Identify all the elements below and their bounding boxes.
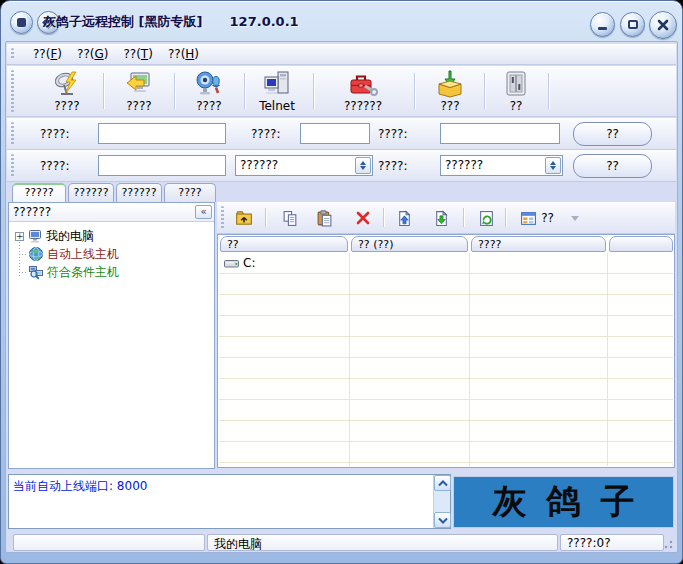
file-row-c-drive[interactable]: C: (219, 253, 673, 273)
system-menu-button[interactable] (10, 11, 33, 34)
client-area: ??(F) ??(G) ??(T) ??(H) ???? ???? (5, 41, 678, 553)
webcam-voice-button[interactable]: ???? (176, 69, 242, 115)
app-window: 灰鸽子远程控制 [黑防专版] 127.0.0.1 ??(F) ??(G) ??(… (0, 0, 683, 564)
tree-item-auto-online-hosts[interactable]: 自动上线主机 (9, 245, 119, 263)
disk-drive-icon (224, 257, 239, 270)
status-segment-location: 我的电脑 (207, 534, 558, 551)
switch-button[interactable]: ?? (487, 69, 545, 115)
resize-grip[interactable] (663, 539, 673, 549)
computer-terminal-icon (262, 69, 292, 99)
maximize-button[interactable] (620, 12, 645, 37)
titlebar[interactable]: 灰鸽子远程控制 [黑防专版] 127.0.0.1 (1, 1, 682, 41)
close-button[interactable] (649, 11, 677, 39)
download-button[interactable] (426, 205, 456, 231)
ip-input[interactable] (98, 123, 226, 144)
grid-line (349, 253, 350, 466)
range-combobox[interactable]: ?????? (440, 155, 563, 176)
host-tree-panel: ?????? « + 我的电脑 自动上线主机 (8, 202, 215, 469)
column-header-extra[interactable] (609, 236, 673, 252)
delete-x-icon (355, 210, 371, 226)
toolbar-separator (383, 208, 385, 227)
combo-dropdown-icon[interactable] (545, 157, 561, 174)
connection-row-1: ????: ????: ????: ?? (7, 118, 676, 150)
view-dropdown-icon[interactable] (571, 216, 579, 221)
log-text: 当前自动上线端口: 8000 (13, 478, 147, 495)
connect-button[interactable]: ?? (573, 122, 652, 146)
search-value-input[interactable] (98, 155, 226, 176)
remote-control-button[interactable]: ???? (106, 69, 172, 115)
tree-expander-icon[interactable]: + (15, 232, 24, 241)
toolbar-separator (484, 73, 486, 109)
file-grid[interactable]: C: (219, 253, 673, 466)
minimize-button[interactable] (590, 12, 615, 37)
menu-item-file[interactable]: ??(F) (33, 47, 62, 61)
menu-item-help[interactable]: ??(H) (168, 47, 199, 61)
form-label: ????: (251, 127, 281, 141)
refresh-button[interactable] (471, 205, 501, 231)
upload-button[interactable] (389, 205, 419, 231)
tab-file-manage[interactable]: ????? (12, 183, 66, 202)
menubar: ??(F) ??(G) ??(T) ??(H) (7, 44, 676, 65)
paste-button[interactable] (309, 205, 339, 231)
search-button[interactable]: ?? (573, 154, 652, 178)
monitor-back-arrow-icon (124, 69, 154, 99)
toolbar-grip[interactable] (11, 70, 14, 112)
paste-icon (316, 210, 333, 227)
tab-remote-control[interactable]: ?????? (68, 183, 114, 202)
log-scrollbar[interactable] (433, 475, 450, 528)
form-label: ????: (40, 127, 70, 141)
search-type-combobox[interactable]: ?????? (235, 155, 373, 176)
column-header-name[interactable]: ?? (220, 236, 348, 252)
minimize-icon (598, 27, 607, 30)
row2-grip[interactable] (11, 154, 14, 177)
collapse-panel-button[interactable]: « (195, 205, 212, 219)
window-title: 灰鸽子远程控制 [黑防专版] 127.0.0.1 (43, 13, 299, 31)
tab-settings[interactable]: ???? (164, 183, 216, 202)
capture-button[interactable]: ??? (419, 69, 481, 115)
webcam-mic-icon (194, 69, 224, 99)
menubar-grip[interactable] (11, 48, 14, 60)
system-menu-icon (17, 18, 26, 27)
left-tabstrip: ????? ?????? ?????? ???? (9, 183, 224, 203)
combo-dropdown-icon[interactable] (355, 157, 371, 174)
password-input[interactable] (440, 123, 560, 144)
tree-item-my-computer[interactable]: + 我的电脑 (9, 227, 94, 245)
scroll-down-button[interactable] (434, 512, 451, 528)
form-label: ????: (378, 127, 408, 141)
copy-icon (282, 210, 299, 227)
view-mode-button[interactable]: ?? (509, 205, 565, 231)
scroll-up-button[interactable] (434, 475, 451, 491)
log-panel: 当前自动上线端口: 8000 (8, 474, 451, 529)
status-segment-left (13, 534, 205, 551)
toolbar-separator (414, 73, 416, 109)
port-input[interactable] (300, 123, 370, 144)
satellite-lightning-icon (52, 69, 82, 99)
brand-banner: 灰鸽子 (453, 476, 674, 528)
close-icon (656, 18, 670, 32)
download-icon (433, 210, 450, 227)
folder-up-icon (235, 209, 253, 227)
column-header-type[interactable]: ???? (471, 236, 606, 252)
file-toolbar-grip[interactable] (221, 206, 224, 229)
menu-item-manage[interactable]: ??(G) (77, 47, 108, 61)
server-config-button[interactable]: ?????? (322, 69, 404, 115)
refresh-icon (478, 210, 495, 227)
grid-line (607, 253, 608, 466)
column-header-size[interactable]: ?? (??) (351, 236, 468, 252)
tree-item-matched-hosts[interactable]: 符合条件主机 (9, 263, 119, 281)
connection-row-2: ????: ?????? ????: ?????? ?? (7, 150, 676, 182)
copy-button[interactable] (275, 205, 305, 231)
folder-up-button[interactable] (229, 205, 259, 231)
file-panel: ?? ?? ?? (??) ???? C: (217, 202, 675, 468)
row1-grip[interactable] (11, 122, 14, 145)
tab-command[interactable]: ?????? (116, 183, 162, 202)
delete-button[interactable] (348, 205, 378, 231)
globe-icon (28, 246, 44, 262)
computer-icon (27, 228, 43, 244)
upload-icon (396, 210, 413, 227)
toolbar-separator (548, 73, 550, 109)
menu-item-tools[interactable]: ??(T) (123, 47, 152, 61)
auto-online-button[interactable]: ???? (34, 69, 100, 115)
telnet-button[interactable]: Telnet (246, 69, 308, 115)
file-toolbar: ?? (217, 202, 675, 234)
